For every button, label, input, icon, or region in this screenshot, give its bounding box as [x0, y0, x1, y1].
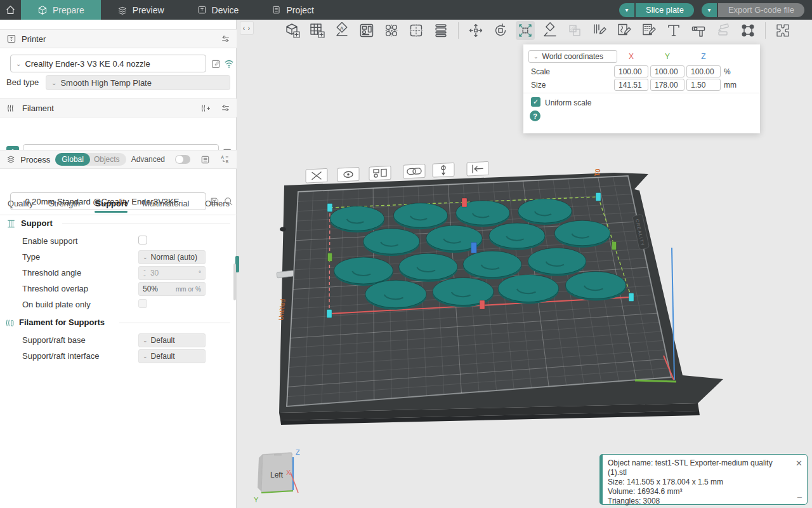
corner-scale-handle[interactable]	[596, 193, 601, 201]
tab-preview[interactable]: Preview	[101, 0, 181, 20]
scale-x-input[interactable]: 100.00	[614, 65, 648, 77]
scope-objects[interactable]: Objects	[90, 155, 126, 164]
tab-quality[interactable]: Quality	[8, 199, 33, 208]
slice-options-chevron-icon[interactable]: ▾	[619, 3, 634, 17]
tab-multimaterial[interactable]: Multimaterial	[143, 199, 190, 208]
add-text-icon[interactable]	[664, 21, 683, 40]
arrange-plate-icon[interactable]	[369, 166, 391, 180]
compare-presets-icon[interactable]: AB	[220, 154, 230, 164]
uniform-scale-checkbox[interactable]: ✓	[531, 97, 540, 107]
home-button[interactable]	[0, 0, 21, 20]
tab-label: Preview	[133, 5, 164, 15]
disc-object[interactable]	[498, 275, 559, 302]
bed-type-dropdown[interactable]: ⌄ Smooth High Temp Plate	[46, 75, 230, 90]
close-icon[interactable]: ✕	[796, 459, 802, 467]
edge-handle-red[interactable]	[480, 300, 485, 309]
split-to-parts-icon[interactable]	[407, 21, 426, 40]
threshold-overlap-input[interactable]: 50%mm or %	[138, 282, 206, 296]
assembly-view-icon[interactable]	[714, 21, 733, 40]
size-x-input[interactable]: 141.51	[614, 79, 648, 91]
wifi-icon[interactable]	[223, 58, 235, 69]
help-icon[interactable]: ?	[530, 110, 540, 121]
export-options-chevron-icon[interactable]: ▾	[702, 3, 717, 17]
spinner-arrows-icon[interactable]: ⌃⌄	[143, 270, 147, 276]
scale-z-input[interactable]: 100.00	[686, 65, 721, 77]
move-icon[interactable]	[466, 21, 485, 40]
support-section-title: Support	[21, 218, 53, 228]
cut-icon[interactable]	[565, 21, 584, 40]
corner-scale-handle[interactable]	[629, 293, 634, 302]
edit-printer-icon[interactable]	[211, 58, 221, 69]
edge-handle-green[interactable]	[328, 253, 332, 262]
edge-handle-green[interactable]	[612, 242, 617, 250]
threshold-angle-spinner[interactable]: ⌃⌄30°	[138, 266, 206, 280]
disc-object[interactable]	[528, 248, 586, 274]
combine-icon[interactable]	[773, 21, 792, 40]
disc-object[interactable]	[399, 253, 457, 280]
coordinate-system-value: World coordinates	[542, 52, 604, 61]
support-type-dropdown[interactable]: ⌄Normal (auto)	[138, 250, 206, 264]
coordinate-system-dropdown[interactable]: ⌄ World coordinates	[528, 50, 617, 63]
tab-support[interactable]: Support	[96, 199, 128, 208]
edge-handle-red[interactable]	[462, 198, 467, 207]
printer-settings-icon[interactable]	[221, 34, 230, 44]
corner-scale-handle[interactable]	[327, 310, 332, 318]
scope-global[interactable]: Global	[55, 153, 90, 166]
delete-plate-icon[interactable]	[306, 169, 327, 183]
on-build-plate-only-checkbox[interactable]	[138, 299, 147, 308]
disc-object[interactable]	[518, 199, 572, 223]
support-raft-interface-dropdown[interactable]: ⌄Default	[138, 349, 206, 363]
collapse-sidebar-button[interactable]: ‹ ›	[240, 21, 254, 35]
minimize-icon[interactable]: –	[797, 492, 802, 502]
front-plate-icon[interactable]	[467, 162, 488, 176]
process-scope-toggle[interactable]: Global Objects	[55, 153, 126, 166]
disc-object[interactable]	[565, 272, 625, 299]
lay-on-face-icon[interactable]	[540, 21, 560, 40]
orientation-cube[interactable]: Left Z Y X	[252, 444, 306, 505]
mesh-boolean-icon[interactable]	[738, 21, 757, 40]
disc-object[interactable]	[554, 220, 610, 245]
scale-icon[interactable]	[516, 21, 535, 40]
slice-plate-button[interactable]: ▾ Slice plate	[619, 3, 694, 17]
enable-support-checkbox[interactable]	[138, 236, 147, 244]
support-raft-base-dropdown[interactable]: ⌄Default	[138, 333, 206, 347]
add-filament-icon[interactable]	[200, 104, 211, 113]
add-plate-icon[interactable]	[308, 21, 327, 40]
auto-orient-icon[interactable]: A	[332, 21, 351, 40]
view-plate-icon[interactable]	[337, 168, 359, 182]
tab-prepare[interactable]: Prepare	[21, 0, 101, 20]
export-gcode-button[interactable]: ▾ Export G-code file	[702, 3, 804, 17]
disc-object[interactable]	[393, 203, 447, 227]
printer-preset-dropdown[interactable]: ⌄ Creality Ender-3 V3 KE 0.4 nozzle	[10, 55, 206, 72]
settings-plate-icon[interactable]	[433, 163, 454, 177]
tab-project[interactable]: Project	[255, 0, 331, 20]
advanced-toggle[interactable]	[175, 155, 190, 164]
disc-object[interactable]	[489, 223, 545, 248]
variable-layer-height-icon[interactable]	[431, 21, 450, 40]
tab-others[interactable]: Others	[205, 199, 230, 208]
disc-object[interactable]	[365, 280, 426, 307]
z-handle-blue[interactable]	[471, 243, 477, 253]
scale-y-input[interactable]: 100.00	[650, 65, 684, 77]
disc-object[interactable]	[363, 229, 420, 254]
paint-fuzzy-skin-icon[interactable]	[639, 21, 658, 40]
measure-icon[interactable]	[689, 21, 708, 40]
disc-object[interactable]	[334, 257, 393, 284]
process-list-icon[interactable]	[200, 155, 210, 164]
size-y-input[interactable]: 178.00	[650, 79, 684, 91]
filament-settings-icon[interactable]	[221, 104, 230, 113]
disc-object[interactable]	[463, 251, 521, 277]
disc-object[interactable]	[330, 206, 384, 231]
tab-device[interactable]: Device	[181, 0, 256, 20]
split-to-objects-icon[interactable]	[382, 21, 401, 40]
arrange-icon[interactable]	[357, 21, 376, 40]
corner-scale-handle[interactable]	[327, 204, 332, 212]
add-object-icon[interactable]	[283, 21, 302, 40]
sidebar-scrollbar[interactable]	[233, 264, 236, 300]
paint-support-icon[interactable]	[590, 21, 609, 40]
rotate-icon[interactable]	[491, 21, 510, 40]
clone-plate-icon[interactable]	[403, 164, 425, 178]
size-z-input[interactable]: 1.50	[686, 79, 721, 91]
paint-seam-icon[interactable]	[615, 21, 634, 40]
tab-strength[interactable]: Strength	[49, 199, 80, 208]
